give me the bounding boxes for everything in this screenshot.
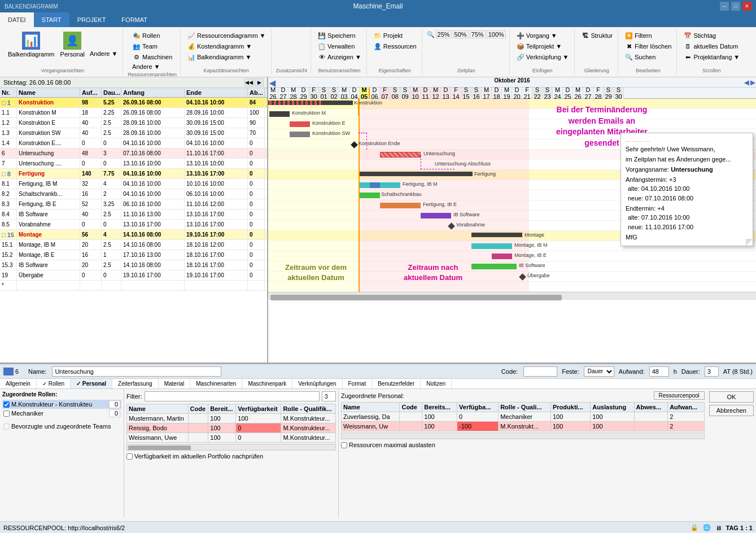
minimize-button[interactable]: ─: [720, 2, 729, 11]
btn-andere-ressourcen[interactable]: Andere ▼: [130, 63, 174, 71]
verfugbar-checkbox[interactable]: [126, 453, 133, 460]
tab-rollen[interactable]: ✓ Rollen: [37, 379, 71, 388]
role-checkbox-1[interactable]: [3, 401, 10, 408]
maximize-button[interactable]: □: [731, 2, 740, 11]
btn-rollen[interactable]: 🎭 Rollen: [130, 30, 174, 41]
tab-zeiterfassung[interactable]: Zeiterfassung: [112, 379, 159, 388]
tab-allgemein[interactable]: Allgemein: [0, 379, 37, 388]
table-row[interactable]: □ 15 Montage 56 4 14.10.16 08:00 19.10.1…: [0, 230, 267, 240]
btn-anzeigen[interactable]: 👁 Anzeigen ▼: [316, 52, 363, 62]
table-row[interactable]: 1.4 Konstruktion E.... 0 0 04.10.16 10:0…: [0, 138, 267, 148]
table-row[interactable]: 7 Untersuchung .... 0 0 13.10.16 10:00 1…: [0, 159, 267, 169]
tab-projekt[interactable]: PROJEKT: [69, 12, 114, 27]
role-checkbox-2[interactable]: [3, 410, 10, 417]
nav-right[interactable]: ▶: [255, 78, 264, 86]
btn-suchen[interactable]: 🔍 Suchen: [623, 52, 673, 62]
zoom-50[interactable]: 50%: [453, 30, 469, 38]
role-row-2[interactable]: Mechaniker 0: [2, 409, 121, 418]
table-row[interactable]: □ 1 Konstruktion 98 5.25 26.09.16 08:00 …: [0, 98, 267, 108]
table-row[interactable]: 1.3 Konstruktion SW 40 2.5 28.09.16 10:0…: [0, 128, 267, 138]
tab-format[interactable]: FORMAT: [113, 12, 155, 27]
people-scrollbar-thumb[interactable]: [128, 445, 191, 450]
person-row[interactable]: Weissmann, Uwe 100 0 M.Konstrukteur...: [127, 433, 336, 443]
btn-maschinen[interactable]: ⚙ Maschinen: [130, 52, 174, 62]
table-row[interactable]: □ 8 Fertigung 140 7.75 04.10.16 10:00 13…: [0, 169, 267, 179]
btn-ressourcen[interactable]: 👤 Ressourcen: [372, 41, 418, 51]
aufwand-input[interactable]: [649, 366, 669, 377]
assigned-row[interactable]: Zuverlaessig, Da 100 0 Mechaniker 100 10…: [342, 412, 705, 422]
btn-team[interactable]: 👥 Team: [130, 41, 174, 51]
btn-kostendiagramm[interactable]: 💰 Kostendiagramm ▼: [185, 41, 268, 51]
table-row[interactable]: 15.2 Montage, IB E 16 1 17.10.16 13:00 1…: [0, 250, 267, 260]
ok-button[interactable]: OK: [709, 391, 754, 403]
table-row[interactable]: 6 Untersuchung 48 3 07.10.16 08:00 11.10…: [0, 148, 267, 159]
btn-struktur[interactable]: 🏗 Struktur: [579, 30, 615, 41]
ressourcenpool-button[interactable]: Ressourcenpool: [654, 391, 705, 400]
role-row-1[interactable]: M.Konstrukteur - Konstrukteu 0: [2, 400, 121, 409]
btn-verknuepfung[interactable]: 🔗 Verknüpfung ▼: [514, 52, 571, 62]
ressourcen-checkbox[interactable]: [341, 442, 347, 448]
person-row[interactable]: Mustermann, Martin 100 100 M.Konstrukteu…: [127, 414, 336, 423]
btn-personal[interactable]: 👤 Personal: [58, 30, 87, 59]
zoom-25[interactable]: 25%: [436, 30, 452, 38]
cell-ab: 0: [248, 148, 265, 158]
tab-personal[interactable]: ✓ Personal: [71, 379, 112, 388]
tab-maschinenpark[interactable]: Maschinenpark: [242, 379, 292, 388]
tab-notizen[interactable]: Notizen: [421, 379, 452, 388]
btn-filtern[interactable]: 🔽 Filtern: [623, 30, 673, 41]
th-assigned-name: Name: [342, 403, 400, 412]
gantt-right-arrow[interactable]: ▶: [750, 79, 755, 86]
btn-aktuelles-datum[interactable]: 🗓 aktuelles Datum: [681, 41, 741, 51]
nav-left[interactable]: ◀◀: [244, 78, 254, 86]
gantt-prev-arrow[interactable]: ◀: [269, 78, 276, 88]
table-row[interactable]: 15.3 IB Software 20 2.5 14.10.16 08:00 1…: [0, 260, 267, 270]
gantt-scrollbar[interactable]: [268, 292, 756, 300]
btn-filter-loeschen[interactable]: ✖ Filter löschen: [623, 41, 673, 51]
table-row[interactable]: 8.5 Vorabnahme 0 0 13.10.16 17:00 13.10.…: [0, 220, 267, 230]
zoom-75[interactable]: 75%: [470, 30, 486, 38]
tab-verknuepfungen[interactable]: Verknüpfungen: [292, 379, 342, 388]
btn-andere-vorgangs[interactable]: Andere ▼: [88, 50, 119, 58]
cell-nr: □ 8: [0, 169, 17, 178]
table-row[interactable]: 8.2 Schaltschrankb... 16 2 04.10.16 10:0…: [0, 189, 267, 199]
task-name-input[interactable]: [52, 366, 221, 377]
tab-format[interactable]: Format: [343, 379, 373, 388]
tab-datei[interactable]: DATEI: [0, 12, 34, 27]
btn-projektanfang[interactable]: ⬅ Projektanfang ▼: [681, 52, 741, 62]
abbrechen-button[interactable]: Abbrechen: [709, 405, 754, 416]
tab-material[interactable]: Material: [159, 379, 191, 388]
btn-verwalten[interactable]: 📋 Verwalten: [316, 41, 363, 51]
table-row[interactable]: 15.1 Montage, IB M 20 2.5 14.10.16 08:00…: [0, 240, 267, 250]
zoom-100[interactable]: 100%: [487, 30, 506, 38]
assigned-scrollbar[interactable]: [341, 432, 705, 439]
tab-benutzerfelder[interactable]: Benutzerfelder: [372, 379, 421, 388]
dauer-input[interactable]: [705, 366, 719, 377]
table-row[interactable]: 8.1 Fertigung, IB M 32 4 04.10.16 10:00 …: [0, 179, 267, 189]
cell-anfang: 04.10.16 10:00: [121, 179, 185, 189]
table-row[interactable]: 8.4 IB Software 40 2.5 11.10.16 13:00 13…: [0, 209, 267, 220]
people-scrollbar[interactable]: [126, 444, 336, 451]
feste-select[interactable]: Dauer: [584, 366, 614, 377]
filter-input[interactable]: [145, 391, 320, 401]
scrollbar-thumb[interactable]: [270, 295, 562, 300]
btn-teilprojekt[interactable]: 📦 Teilprojekt ▼: [514, 41, 571, 51]
btn-stichtag[interactable]: 📅 Stichtag: [681, 30, 741, 41]
person-row[interactable]: Reissig, Bodo 100 0 M.Konstrukteur...: [127, 423, 336, 433]
btn-balkendiagramm[interactable]: 📊 Balkendiagramm: [6, 30, 57, 59]
code-input[interactable]: [523, 366, 557, 377]
tab-maschinenarten[interactable]: Maschinenarten: [190, 379, 242, 388]
table-row[interactable]: 1.2 Konstruktion E 40 2.5 28.09.16 10:00…: [0, 118, 267, 128]
close-button[interactable]: ✕: [742, 2, 751, 11]
btn-speichern[interactable]: 💾 Speichern: [316, 30, 363, 41]
assigned-row[interactable]: Weissmann, Uw 100 -100 M.Konstrukt... 10…: [342, 422, 705, 431]
gantt-left-arrow[interactable]: ◀: [744, 79, 749, 86]
btn-kapazitaet-balken[interactable]: 📊 Balkendiagramm ▼: [185, 52, 268, 62]
tab-start[interactable]: START: [34, 12, 69, 27]
btn-projekt[interactable]: 📁 Projekt: [372, 30, 418, 41]
btn-ressourcendiagramm[interactable]: 📈 Ressourcendiagramm ▼: [185, 30, 268, 41]
table-row[interactable]: 1.1 Konstruktion M 18 2.25 26.09.16 08:0…: [0, 108, 267, 118]
teams-checkbox-row[interactable]: Bevorzugte und zugeordnete Teams: [2, 422, 121, 430]
btn-vorgang[interactable]: ➕ Vorgang ▼: [514, 30, 571, 41]
table-row[interactable]: 19 Übergabe 0 0 19.10.16 17:00 19.10.16 …: [0, 270, 267, 281]
table-row[interactable]: 8.3 Fertigung, IB E 52 3.25 06.10.16 10:…: [0, 199, 267, 209]
